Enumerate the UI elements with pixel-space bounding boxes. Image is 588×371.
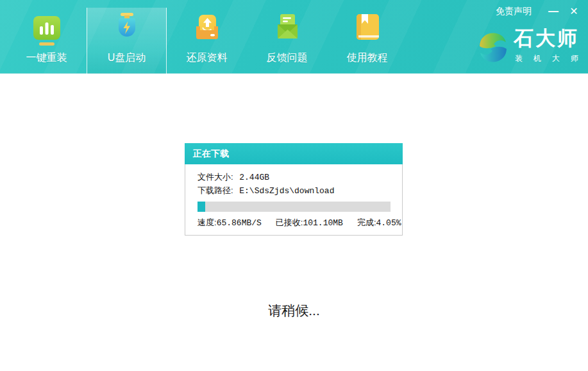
nav-item-tutorial[interactable]: 使用教程 <box>327 8 407 74</box>
received-label: 已接收: <box>276 218 303 227</box>
brand-name: 石大师 <box>514 28 579 49</box>
restore-box-icon <box>192 10 223 46</box>
close-button[interactable]: ✕ <box>567 6 580 17</box>
received-value: 101.10MB <box>303 218 342 228</box>
nav-item-restore-data[interactable]: 还原资料 <box>167 8 247 74</box>
nav-label: U盘启动 <box>108 51 146 65</box>
mail-feedback-icon <box>272 10 303 46</box>
speed-stat: 速度:65.86MB/S <box>197 217 262 229</box>
dialog-body: 文件大小: 2.44GB 下载路径: E:\SdsZjds\download 速… <box>185 164 402 235</box>
main-nav: 一键重装 U盘启动 <box>6 8 407 74</box>
book-icon <box>352 10 383 46</box>
app-header: 一键重装 U盘启动 <box>0 0 588 74</box>
app-window: 一键重装 U盘启动 <box>0 0 588 371</box>
download-path-value: E:\SdsZjds\download <box>239 186 334 196</box>
file-size-label: 文件大小: <box>197 172 233 182</box>
speed-value: 65.86MB/S <box>217 218 262 228</box>
disclaimer-link[interactable]: 免责声明 <box>496 6 532 17</box>
progress-fill <box>197 202 205 212</box>
completed-stat: 完成:4.05% <box>357 217 401 229</box>
brand-logo: 石大师 装机大师 <box>478 28 579 64</box>
status-text: 请稍候... <box>0 302 588 320</box>
bar-chart-icon <box>31 10 62 46</box>
brand-swirl-icon <box>478 31 508 64</box>
brand-text: 石大师 装机大师 <box>514 28 579 64</box>
usb-shield-icon <box>112 10 142 46</box>
download-path-label: 下载路径: <box>197 186 233 195</box>
nav-label: 使用教程 <box>347 51 388 65</box>
nav-item-usb-boot[interactable]: U盘启动 <box>87 8 167 74</box>
nav-item-onekey-reinstall[interactable]: 一键重装 <box>6 8 87 74</box>
download-path-row: 下载路径: E:\SdsZjds\download <box>197 184 390 198</box>
nav-item-feedback[interactable]: 反馈问题 <box>247 8 327 74</box>
progress-bar <box>197 202 391 212</box>
titlebar-controls: 免责声明 — ✕ <box>496 6 580 17</box>
completed-value: 4.05% <box>376 218 401 228</box>
nav-label: 还原资料 <box>187 51 228 65</box>
completed-label: 完成: <box>357 218 376 227</box>
download-stats: 速度:65.86MB/S 已接收:101.10MB 完成:4.05% <box>197 217 390 229</box>
speed-label: 速度: <box>197 218 217 227</box>
nav-label: 反馈问题 <box>267 51 308 65</box>
received-stat: 已接收:101.10MB <box>276 217 343 229</box>
download-dialog: 正在下载 文件大小: 2.44GB 下载路径: E:\SdsZjds\downl… <box>185 143 403 236</box>
file-size-value: 2.44GB <box>239 173 269 182</box>
file-size-row: 文件大小: 2.44GB <box>197 171 390 184</box>
minimize-button[interactable]: — <box>547 6 560 17</box>
nav-label: 一键重装 <box>26 51 67 65</box>
brand-subtitle: 装机大师 <box>514 53 588 64</box>
dialog-title: 正在下载 <box>185 143 403 164</box>
